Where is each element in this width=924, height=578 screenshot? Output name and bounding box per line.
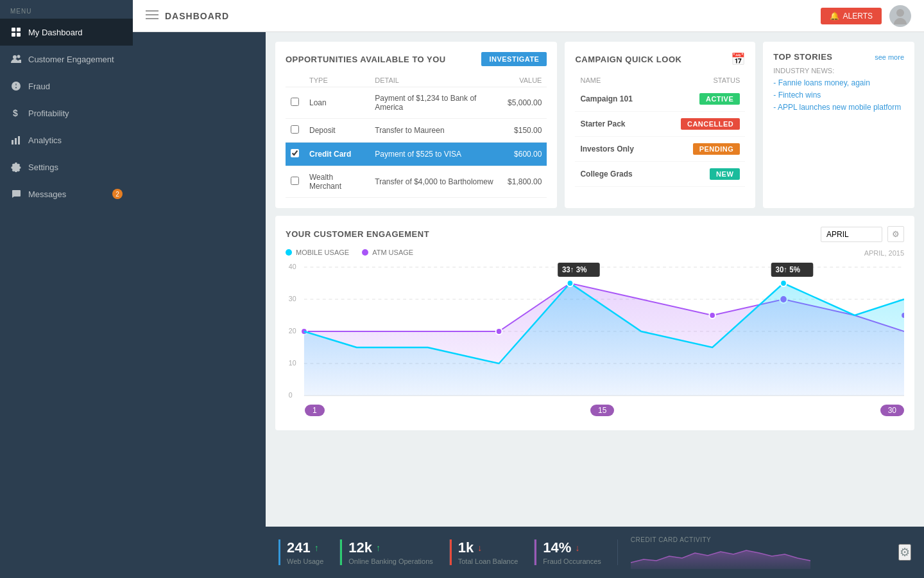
svg-marker-37 xyxy=(631,550,810,569)
svg-point-26 xyxy=(496,328,502,335)
campaign-name: Campaign 101 xyxy=(575,87,656,112)
arrow-up-icon: ↑ xyxy=(376,543,381,553)
row-value: $5,000.00 xyxy=(502,87,547,119)
alerts-button[interactable]: 🔔 ALERTS xyxy=(821,8,882,24)
table-row[interactable]: Credit Card Payment of $525 to VISA $600… xyxy=(286,143,547,166)
sidebar-item-label: Customer Engagement xyxy=(28,55,114,64)
col-type: TYPE xyxy=(304,74,370,87)
legend-atm: ATM USAGE xyxy=(362,249,413,256)
row-checkbox[interactable] xyxy=(291,149,299,157)
stat-label: Fraud Occurances xyxy=(543,557,601,565)
industry-label: INDUSTRY NEWS: xyxy=(773,67,904,74)
row-detail: Payment of $525 to VISA xyxy=(370,143,502,166)
messages-badge: 2 xyxy=(112,189,123,199)
topbar-left: DASHBOARD xyxy=(146,8,229,24)
svg-rect-8 xyxy=(15,138,17,144)
sidebar-item-label: Profitability xyxy=(28,109,69,118)
sidebar-item-dashboard[interactable]: My Dashboard xyxy=(0,19,133,46)
story-link[interactable]: Fannie loans money, again xyxy=(773,78,904,87)
opportunities-table: TYPE DETAIL VALUE Loan Payment of $1,234… xyxy=(286,74,547,198)
investigate-button[interactable]: INVESTIGATE xyxy=(481,52,547,66)
credit-card-activity: CREDIT CARD ACTIVITY xyxy=(618,536,898,569)
svg-text:30: 30 xyxy=(289,295,296,302)
stat-value: 12k ↑ xyxy=(348,539,432,556)
row-type: Wealth Merchant xyxy=(304,166,370,198)
status-badge: NEW xyxy=(710,168,740,180)
chart-settings-button[interactable]: ⚙ xyxy=(887,226,904,242)
topbar: DASHBOARD 🔔 ALERTS xyxy=(133,0,924,32)
svg-text:10: 10 xyxy=(289,359,296,367)
svg-rect-2 xyxy=(12,33,15,37)
story-link[interactable]: Fintech wins xyxy=(773,91,904,100)
stories-header: TOP STORIES see more xyxy=(773,52,904,62)
table-row: Campaign 101 ACTIVE xyxy=(575,87,745,112)
cc-chart xyxy=(631,547,886,569)
stat-fraud: 14% ↓ Fraud Occurances xyxy=(535,539,617,565)
svg-text:33↑ 3%: 33↑ 3% xyxy=(562,265,587,274)
dollar-icon: $ xyxy=(10,107,22,119)
sidebar: MENU My Dashboard Customer Engagement Fr… xyxy=(0,0,133,578)
engagement-title: YOUR CUSTOMER ENGAGEMENT xyxy=(286,229,429,239)
svg-text:20: 20 xyxy=(289,327,296,335)
month-select[interactable]: APRIL JANUARY FEBRUARY MARCH MAY JUNE xyxy=(821,227,882,242)
sidebar-item-analytics[interactable]: Analytics xyxy=(0,127,133,153)
table-row[interactable]: Deposit Transfer to Maureen $150.00 xyxy=(286,119,547,143)
svg-text:0: 0 xyxy=(289,391,293,399)
sidebar-item-profitability[interactable]: $ Profitability xyxy=(0,100,133,127)
svg-rect-10 xyxy=(146,10,158,12)
cc-label: CREDIT CARD ACTIVITY xyxy=(631,536,886,543)
menu-icon xyxy=(146,8,158,24)
engagement-chart: 40 30 20 10 0 xyxy=(286,259,904,401)
top-panels: OPPORTUNITIES AVAILABLE TO YOU INVESTIGA… xyxy=(275,42,914,208)
x-label-30: 30 xyxy=(880,405,904,416)
svg-point-27 xyxy=(709,312,715,319)
stat-value: 241 ↑ xyxy=(287,539,323,556)
arrow-down-icon: ↓ xyxy=(575,543,579,553)
sidebar-item-messages[interactable]: Messages 2 xyxy=(0,180,133,207)
top-stories-title: TOP STORIES xyxy=(773,52,832,62)
svg-rect-12 xyxy=(146,18,158,19)
see-more-link[interactable]: see more xyxy=(875,53,904,61)
table-row[interactable]: Loan Payment of $1,234 to Bank of Americ… xyxy=(286,87,547,119)
engagement-header: YOUR CUSTOMER ENGAGEMENT APRIL JANUARY F… xyxy=(286,226,904,242)
engagement-panel: YOUR CUSTOMER ENGAGEMENT APRIL JANUARY F… xyxy=(275,216,914,430)
svg-rect-3 xyxy=(17,33,21,37)
message-icon xyxy=(10,188,22,200)
col-value: VALUE xyxy=(502,74,547,87)
chart-legend: MOBILE USAGE ATM USAGE xyxy=(286,249,413,256)
sidebar-item-fraud[interactable]: Fraud xyxy=(0,73,133,100)
menu-label: MENU xyxy=(0,0,133,19)
table-row[interactable]: Wealth Merchant Transfer of $4,000 to Ba… xyxy=(286,166,547,198)
row-checkbox[interactable] xyxy=(291,125,299,134)
svg-rect-0 xyxy=(12,28,15,31)
row-value: $1,800.00 xyxy=(502,166,547,198)
svg-point-13 xyxy=(896,9,904,17)
sidebar-item-label: Settings xyxy=(28,162,58,172)
opportunities-panel: OPPORTUNITIES AVAILABLE TO YOU INVESTIGA… xyxy=(275,42,557,208)
svg-text:$: $ xyxy=(13,108,18,118)
row-checkbox[interactable] xyxy=(291,98,299,106)
top-stories-panel: TOP STORIES see more INDUSTRY NEWS: Fann… xyxy=(763,42,914,208)
col-status: STATUS xyxy=(656,74,745,87)
svg-rect-9 xyxy=(18,136,20,144)
table-row: College Grads NEW xyxy=(575,162,745,187)
svg-point-5 xyxy=(17,55,21,58)
campaign-panel: CAMPAIGN QUICK LOOK 📅 NAME STATUS Campai… xyxy=(565,42,755,208)
x-label-15: 15 xyxy=(590,405,614,416)
bar-chart-icon xyxy=(10,134,22,146)
arrow-up-icon: ↑ xyxy=(314,543,319,553)
avatar xyxy=(889,5,911,27)
svg-point-4 xyxy=(13,55,17,59)
x-label-1: 1 xyxy=(305,405,325,416)
status-badge: PENDING xyxy=(693,143,740,155)
status-badge: CANCELLED xyxy=(681,118,740,130)
campaign-name: Investors Only xyxy=(575,137,656,162)
bottom-stats-bar: 241 ↑ Web Usage 12k ↑ Online Banking Ope… xyxy=(266,527,924,578)
row-checkbox[interactable] xyxy=(291,177,299,185)
story-link[interactable]: APPL launches new mobile platform xyxy=(773,103,904,112)
sidebar-item-customer-engagement[interactable]: Customer Engagement xyxy=(0,46,133,73)
sidebar-item-settings[interactable]: Settings xyxy=(0,153,133,180)
svg-text:40: 40 xyxy=(289,263,296,270)
campaign-name: Starter Pack xyxy=(575,112,656,137)
bottom-settings-button[interactable]: ⚙ xyxy=(898,544,911,561)
